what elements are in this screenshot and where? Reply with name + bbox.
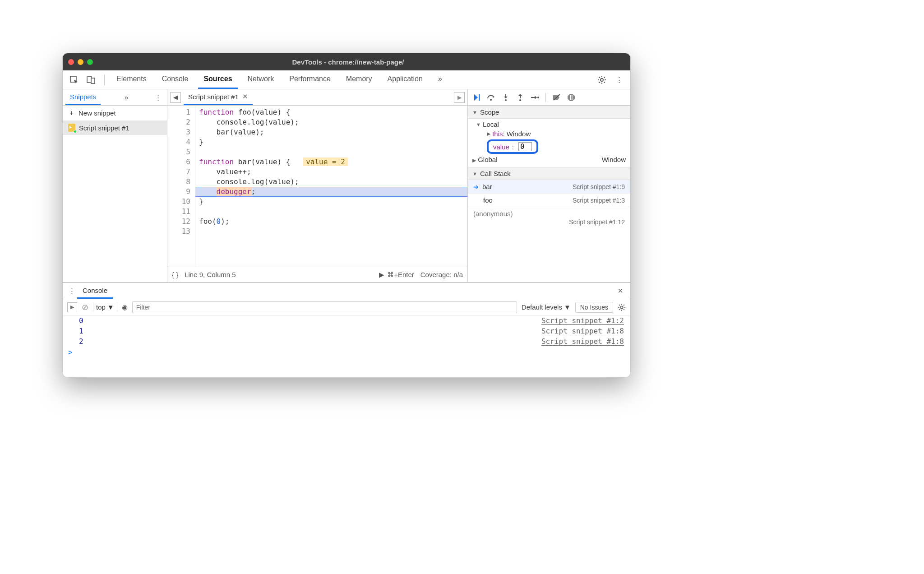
show-console-sidebar-icon[interactable]: ▶ <box>67 302 77 312</box>
live-expression-icon[interactable]: ◉ <box>122 303 128 311</box>
run-shortcut: ⌘+Enter <box>387 271 414 279</box>
snippet-item-label: Script snippet #1 <box>79 124 129 132</box>
tab-elements[interactable]: Elements <box>111 70 152 89</box>
console-drawer: ⋮ Console × ▶ ⊘ top ▼ ◉ Default levels ▼… <box>63 282 630 377</box>
run-snippet-icon[interactable]: ▶ <box>454 92 465 103</box>
devtools-window: DevTools - chrome://new-tab-page/ Elemen… <box>62 53 631 378</box>
step-icon[interactable] <box>529 92 540 103</box>
tab-memory[interactable]: Memory <box>341 70 378 89</box>
sidebar-more-icon[interactable]: ⋮ <box>152 93 164 102</box>
snippet-item[interactable]: Script snippet #1 <box>63 120 167 135</box>
console-source-link[interactable]: Script snippet #1:8 <box>541 327 624 335</box>
svg-rect-4 <box>479 94 480 101</box>
chevron-down-icon: ▼ <box>564 303 571 311</box>
svg-rect-10 <box>570 95 571 100</box>
svg-point-3 <box>601 79 603 81</box>
triangle-down-icon: ▼ <box>476 122 481 127</box>
code-area[interactable]: 12345678910111213 function foo(value) { … <box>167 106 467 267</box>
tab-console[interactable]: Console <box>157 70 194 89</box>
run-play-icon: ▶ <box>379 271 384 279</box>
device-toolbar-icon[interactable] <box>84 73 98 87</box>
stack-frame[interactable]: fooScript snippet #1:3 <box>468 194 630 207</box>
console-source-link[interactable]: Script snippet #1:8 <box>541 337 624 346</box>
editor-statusbar: { } Line 9, Column 5 ▶⌘+Enter Coverage: … <box>167 267 467 282</box>
code-line[interactable]: } <box>199 197 467 207</box>
new-snippet-button[interactable]: ＋ New snippet <box>63 106 167 120</box>
value-edit-highlight: value: <box>487 139 538 154</box>
drawer-menu-icon[interactable]: ⋮ <box>66 287 77 295</box>
source-editor: ◀ Script snippet #1 ✕ ▶ 1234567891011121… <box>167 89 468 282</box>
code-line[interactable]: debugger; <box>199 187 467 197</box>
scope-this-row[interactable]: ▶ this: Window <box>468 129 630 139</box>
zoom-window-button[interactable] <box>87 59 93 65</box>
console-filter-input[interactable] <box>132 301 517 313</box>
window-title: DevTools - chrome://new-tab-page/ <box>98 58 625 66</box>
editor-file-tab[interactable]: Script snippet #1 ✕ <box>184 89 253 105</box>
scope-section-header[interactable]: ▼ Scope <box>468 106 630 119</box>
nav-back-icon[interactable]: ◀ <box>170 92 181 103</box>
code-line[interactable]: console.log(value); <box>199 117 467 127</box>
stack-frame[interactable]: ➔barScript snippet #1:9 <box>468 180 630 194</box>
panel-tabs: Elements Console Sources Network Perform… <box>63 70 630 89</box>
svg-point-12 <box>620 306 623 308</box>
close-drawer-icon[interactable]: × <box>614 286 627 296</box>
resume-icon[interactable] <box>471 92 482 103</box>
log-levels-selector[interactable]: Default levels ▼ <box>522 303 571 311</box>
cursor-position: Line 9, Column 5 <box>185 271 236 278</box>
callstack-section-header[interactable]: ▼ Call Stack <box>468 167 630 180</box>
sidebar-tab-snippets[interactable]: Snippets <box>65 89 101 105</box>
code-line[interactable] <box>199 147 467 157</box>
scope-value-row[interactable]: value: <box>468 139 630 155</box>
code-line[interactable] <box>199 227 467 236</box>
titlebar: DevTools - chrome://new-tab-page/ <box>63 53 630 70</box>
sidebar-tabs-overflow[interactable]: » <box>122 93 131 101</box>
scope-local-header[interactable]: ▼ Local <box>468 120 630 129</box>
window-controls <box>68 59 93 65</box>
tabs-overflow[interactable]: » <box>433 70 448 89</box>
scope-global-row[interactable]: ▶ Global Window <box>468 155 630 164</box>
code-line[interactable]: console.log(value); <box>199 177 467 187</box>
console-log-line: 1Script snippet #1:8 <box>63 326 630 336</box>
deactivate-breakpoints-icon[interactable] <box>551 92 562 103</box>
svg-rect-2 <box>91 78 95 83</box>
step-out-icon[interactable] <box>515 92 526 103</box>
console-log-line: 2Script snippet #1:8 <box>63 336 630 347</box>
tab-application[interactable]: Application <box>382 70 428 89</box>
code-line[interactable]: bar(value); <box>199 127 467 137</box>
close-window-button[interactable] <box>68 59 74 65</box>
step-over-icon[interactable] <box>486 92 497 103</box>
snippet-file-icon <box>68 124 75 132</box>
step-into-icon[interactable] <box>500 92 511 103</box>
debugger-pane: ▼ Scope ▼ Local ▶ this: Window <box>468 89 630 282</box>
drawer-tab-console[interactable]: Console <box>77 283 113 299</box>
tab-network[interactable]: Network <box>242 70 280 89</box>
console-settings-gear-icon[interactable] <box>618 303 626 311</box>
triangle-right-icon: ▶ <box>487 131 490 137</box>
navigator-sidebar: Snippets » ⋮ ＋ New snippet Script snippe… <box>63 89 167 282</box>
code-line[interactable]: foo(0); <box>199 217 467 227</box>
triangle-right-icon: ▶ <box>472 157 476 163</box>
settings-gear-icon[interactable] <box>595 73 609 87</box>
clear-console-icon[interactable]: ⊘ <box>82 302 88 312</box>
close-tab-icon[interactable]: ✕ <box>242 93 248 101</box>
value-edit-input[interactable] <box>518 142 532 151</box>
code-line[interactable] <box>199 207 467 217</box>
more-menu-icon[interactable]: ⋮ <box>612 73 626 87</box>
execution-context-selector[interactable]: top ▼ <box>93 302 117 312</box>
code-line[interactable]: } <box>199 137 467 147</box>
pause-on-exceptions-icon[interactable] <box>566 92 577 103</box>
stack-frame[interactable]: (anonymous)Script snippet #1:12 <box>468 207 630 228</box>
console-source-link[interactable]: Script snippet #1:2 <box>541 316 624 325</box>
code-line[interactable]: function foo(value) { <box>199 107 467 117</box>
no-issues-button[interactable]: No Issues <box>575 302 613 313</box>
code-line[interactable]: function bar(value) { value = 2 <box>199 157 467 167</box>
code-line[interactable]: value++; <box>199 167 467 177</box>
tab-performance[interactable]: Performance <box>284 70 336 89</box>
pretty-print-icon[interactable]: { } <box>172 271 178 278</box>
svg-rect-11 <box>572 95 573 100</box>
inspect-element-icon[interactable] <box>67 73 81 87</box>
console-log-line: 0Script snippet #1:2 <box>63 315 630 326</box>
tab-sources[interactable]: Sources <box>198 70 237 89</box>
console-prompt[interactable]: > <box>63 347 630 358</box>
minimize-window-button[interactable] <box>78 59 83 65</box>
